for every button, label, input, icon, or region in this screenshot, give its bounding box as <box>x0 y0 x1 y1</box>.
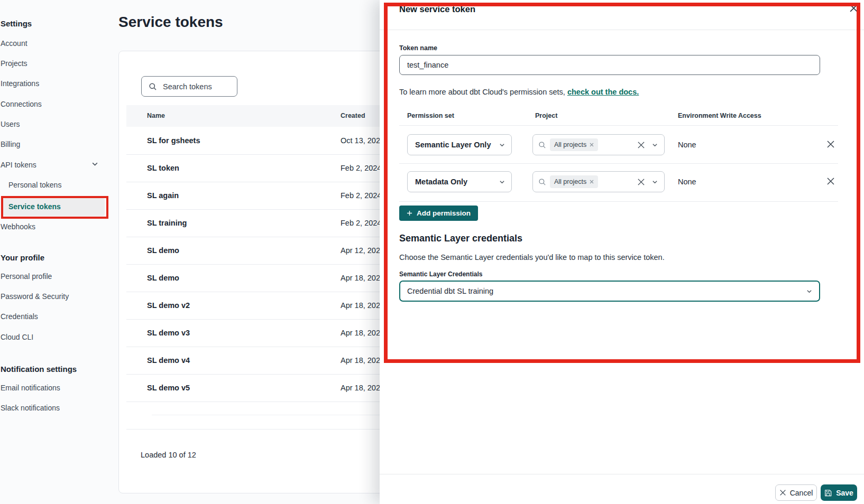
sidebar-item-connections[interactable]: Connections <box>1 100 42 109</box>
token-name: SL demo v3 <box>147 319 190 347</box>
column-header-name: Name <box>147 105 165 127</box>
close-icon[interactable] <box>849 4 858 13</box>
env-write-access-value: None <box>678 178 696 186</box>
project-chip-label: All projects <box>554 178 586 185</box>
sidebar-item-users[interactable]: Users <box>1 120 20 129</box>
divider <box>380 30 864 30</box>
project-chip: All projects <box>550 138 598 151</box>
page-title: Service tokens <box>118 14 223 31</box>
permission-set-select[interactable]: Semantic Layer Only <box>407 134 512 155</box>
loaded-count: Loaded 10 of 12 <box>141 451 196 459</box>
docs-link[interactable]: check out the docs. <box>567 88 639 96</box>
token-name: SL token <box>147 154 179 182</box>
chip-remove-icon[interactable] <box>590 180 594 184</box>
sidebar-item-slack-notifications[interactable]: Slack notifications <box>1 404 60 413</box>
cancel-label: Cancel <box>790 489 813 497</box>
divider <box>399 125 838 126</box>
permission-set-value: Metadata Only <box>408 178 499 186</box>
token-name: SL again <box>147 182 179 209</box>
permission-set-value: Semantic Layer Only <box>408 141 499 149</box>
clear-icon[interactable] <box>637 178 645 186</box>
divider <box>399 163 838 164</box>
sidebar-item-service-tokens[interactable]: Service tokens <box>8 202 61 211</box>
token-name: SL training <box>147 209 187 237</box>
search-icon <box>149 82 157 91</box>
token-name: SL for gsheets <box>147 127 200 154</box>
credential-value: Credential dbt SL training <box>400 287 806 295</box>
sidebar-item-api-tokens[interactable]: API tokens <box>1 161 98 170</box>
sidebar-item-personal-profile[interactable]: Personal profile <box>1 272 52 281</box>
sidebar-item-integrations[interactable]: Integrations <box>1 79 39 88</box>
token-name: SL demo v2 <box>147 292 190 319</box>
token-name: SL demo v5 <box>147 374 190 402</box>
permission-set-select[interactable]: Metadata Only <box>407 171 512 192</box>
divider <box>399 201 838 202</box>
cancel-button[interactable]: Cancel <box>775 484 817 501</box>
sidebar-item-label: API tokens <box>1 161 36 170</box>
token-name-label: Token name <box>399 44 437 52</box>
new-service-token-drawer: New service token Token name To learn mo… <box>380 0 864 504</box>
semantic-layer-credentials-description: Choose the Semantic Layer credentials yo… <box>399 253 665 262</box>
token-name: SL demo <box>147 237 179 264</box>
docs-hint: To learn more about dbt Cloud's permissi… <box>399 88 639 96</box>
sidebar-item-cloud-cli[interactable]: Cloud CLI <box>1 333 33 342</box>
remove-permission-icon[interactable] <box>826 140 835 148</box>
semantic-layer-credentials-select[interactable]: Credential dbt SL training <box>399 281 820 302</box>
perm-column-permission-set: Permission set <box>407 112 454 119</box>
token-name: SL demo <box>147 264 179 292</box>
save-label: Save <box>836 489 853 497</box>
clear-icon[interactable] <box>637 141 645 149</box>
chevron-down-icon <box>806 288 819 294</box>
save-icon <box>824 489 832 497</box>
sidebar-item-personal-tokens[interactable]: Personal tokens <box>8 181 61 190</box>
project-chip: All projects <box>550 175 598 188</box>
column-header-created: Created <box>341 105 365 127</box>
project-multiselect[interactable]: All projects <box>532 134 665 155</box>
chevron-down-icon <box>499 179 511 185</box>
chevron-down-icon <box>652 179 658 185</box>
remove-permission-icon[interactable] <box>826 177 835 185</box>
search-input[interactable] <box>162 82 227 91</box>
docs-hint-text: To learn more about dbt Cloud's permissi… <box>399 88 567 96</box>
sidebar-item-projects[interactable]: Projects <box>1 59 27 68</box>
sidebar-item-credentials[interactable]: Credentials <box>1 312 38 321</box>
sidebar-item-account[interactable]: Account <box>1 39 27 48</box>
perm-column-project: Project <box>535 112 557 119</box>
semantic-layer-credentials-label: Semantic Layer Credentials <box>399 270 482 278</box>
search-icon <box>538 141 546 149</box>
close-icon <box>779 489 786 496</box>
semantic-layer-credentials-heading: Semantic Layer credentials <box>399 233 522 244</box>
search-icon <box>538 178 546 186</box>
perm-column-env-write-access: Environment Write Access <box>678 112 761 119</box>
chevron-down-icon <box>91 161 98 170</box>
save-button[interactable]: Save <box>821 484 857 501</box>
sidebar-heading-your-profile: Your profile <box>1 253 44 262</box>
project-multiselect[interactable]: All projects <box>532 171 665 192</box>
chevron-down-icon <box>652 142 658 148</box>
sidebar-item-password-security[interactable]: Password & Security <box>1 292 69 301</box>
plus-icon <box>407 210 412 216</box>
env-write-access-value: None <box>678 141 696 149</box>
sidebar-heading-notification-settings: Notification settings <box>1 365 77 374</box>
chevron-down-icon <box>499 142 511 148</box>
drawer-title: New service token <box>399 4 475 14</box>
add-permission-button[interactable]: Add permission <box>399 206 478 221</box>
chip-remove-icon[interactable] <box>590 143 594 147</box>
add-permission-label: Add permission <box>417 209 471 217</box>
sidebar-heading-settings: Settings <box>1 19 32 28</box>
sidebar-item-webhooks[interactable]: Webhooks <box>1 222 35 231</box>
sidebar-item-email-notifications[interactable]: Email notifications <box>1 384 60 393</box>
token-name-input[interactable] <box>399 55 820 75</box>
token-name: SL demo v4 <box>147 347 190 374</box>
project-chip-label: All projects <box>554 141 586 148</box>
sidebar-item-billing[interactable]: Billing <box>1 140 20 149</box>
search-tokens-box[interactable] <box>141 76 237 97</box>
divider <box>380 474 864 474</box>
settings-sidebar: Settings Account Projects Integrations C… <box>0 0 112 504</box>
